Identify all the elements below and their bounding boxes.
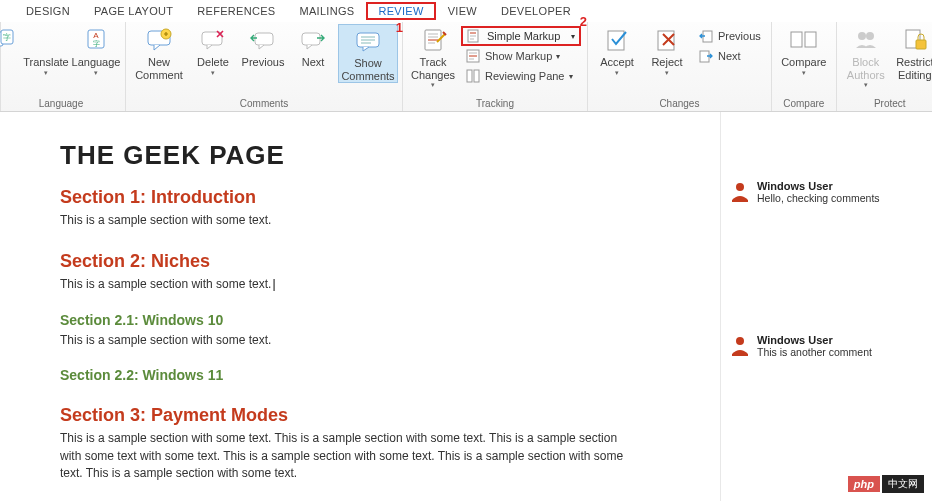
group-label-protect: Protect [874, 98, 906, 109]
group-changes: Accept ▾ Reject ▾ Previous Next Changes [588, 22, 772, 111]
show-comments-button[interactable]: 1 Show Comments [338, 24, 398, 83]
comment-item[interactable]: Windows User Hello, checking comments [729, 180, 924, 204]
reviewing-pane-label: Reviewing Pane [485, 70, 565, 82]
ribbon: a字 Translate ▾ A字 Language ▾ Language Ne… [0, 22, 932, 112]
reviewing-pane-button[interactable]: Reviewing Pane ▾ [461, 66, 581, 86]
svg-text:A: A [93, 31, 99, 40]
tab-mailings[interactable]: MAILINGS [287, 2, 366, 20]
next-label: Next [302, 56, 325, 69]
group-label-compare: Compare [783, 98, 824, 109]
accept-label: Accept [600, 56, 634, 69]
chevron-down-icon: ▾ [431, 81, 435, 89]
show-comments-label: Show Comments [341, 57, 394, 82]
language-button[interactable]: A字 Language ▾ [71, 24, 121, 77]
delete-comment-icon [197, 26, 229, 54]
chevron-down-icon: ▾ [864, 81, 868, 89]
heading-section-1: Section 1: Introduction [60, 187, 720, 208]
reject-button[interactable]: Reject ▾ [642, 24, 692, 77]
markup-select-value: Simple Markup [487, 30, 565, 42]
watermark-right: 中文网 [882, 475, 924, 493]
comment-item[interactable]: Windows User This is another comment [729, 334, 924, 358]
svg-point-42 [736, 183, 744, 191]
show-comments-icon [352, 27, 384, 55]
chevron-down-icon: ▾ [44, 69, 48, 77]
track-changes-label: Track Changes [411, 56, 455, 81]
avatar-icon [729, 180, 751, 202]
prev-change-icon [698, 28, 714, 44]
block-authors-icon [850, 26, 882, 54]
delete-comment-button[interactable]: Delete ▾ [188, 24, 238, 77]
body-text-2: This is a sample section with some text. [60, 276, 640, 293]
callout-2: 2 [580, 14, 587, 29]
show-markup-button[interactable]: Show Markup ▾ [461, 46, 581, 66]
next-comment-button[interactable]: Next [288, 24, 338, 69]
tab-review[interactable]: REVIEW [366, 2, 435, 20]
restrict-editing-button[interactable]: Restrict Editing [891, 24, 932, 81]
chevron-down-icon: ▾ [665, 69, 669, 77]
compare-label: Compare [781, 56, 826, 69]
chevron-down-icon: ▾ [615, 69, 619, 77]
group-protect: Block Authors ▾ Restrict Editing Protect [837, 22, 932, 111]
tab-view[interactable]: VIEW [436, 2, 489, 20]
new-comment-button[interactable]: New Comment [130, 24, 188, 81]
body-text-3: This is a sample section with some text.… [60, 430, 640, 482]
comment-text: Hello, checking comments [757, 192, 880, 204]
svg-rect-31 [608, 31, 624, 50]
heading-section-2-1: Section 2.1: Windows 10 [60, 312, 720, 328]
comments-pane[interactable]: Windows User Hello, checking comments Wi… [720, 112, 932, 501]
watermark: php 中文网 [848, 475, 924, 493]
restrict-editing-icon [899, 26, 931, 54]
previous-comment-button[interactable]: Previous [238, 24, 288, 69]
translate-button-label[interactable]: Translate ▾ [21, 24, 71, 77]
delete-label: Delete [197, 56, 229, 69]
next-change-button[interactable]: Next [694, 46, 765, 66]
group-label-changes: Changes [659, 98, 699, 109]
svg-rect-29 [467, 70, 472, 82]
page-title: THE GEEK PAGE [60, 140, 720, 171]
body-text-1: This is a sample section with some text. [60, 212, 640, 229]
next-change-label: Next [718, 50, 741, 62]
reject-icon [651, 26, 683, 54]
svg-rect-10 [255, 33, 273, 45]
language-icon: A字 [80, 26, 112, 54]
block-authors-button: Block Authors ▾ [841, 24, 891, 89]
svg-rect-11 [302, 33, 320, 45]
comment-user: Windows User [757, 334, 872, 346]
chevron-down-icon: ▾ [571, 32, 575, 41]
group-label-language: Language [39, 98, 84, 109]
track-changes-icon [417, 26, 449, 54]
prev-change-label: Previous [718, 30, 761, 42]
tab-developer[interactable]: DEVELOPER [489, 2, 583, 20]
next-comment-icon [297, 26, 329, 54]
reject-label: Reject [651, 56, 682, 69]
compare-button[interactable]: Compare ▾ [776, 24, 832, 77]
svg-rect-30 [474, 70, 479, 82]
tab-design[interactable]: DESIGN [14, 2, 82, 20]
svg-point-44 [736, 337, 744, 345]
accept-button[interactable]: Accept ▾ [592, 24, 642, 77]
svg-point-37 [858, 32, 866, 40]
body-text-2-1: This is a sample section with some text. [60, 332, 640, 349]
translate-button[interactable]: a字 [1, 24, 21, 56]
group-tracking: Track Changes ▾ 2 Simple Markup ▾ Show M… [403, 22, 588, 111]
translate-icon: a字 [0, 26, 19, 54]
track-changes-button[interactable]: Track Changes ▾ [407, 24, 459, 89]
markup-icon [467, 29, 481, 43]
previous-change-button[interactable]: Previous [694, 26, 765, 46]
tab-page-layout[interactable]: PAGE LAYOUT [82, 2, 185, 20]
callout-1: 1 [396, 21, 403, 36]
svg-point-38 [866, 32, 874, 40]
chevron-down-icon: ▾ [569, 72, 573, 81]
language-label: Language [72, 56, 121, 69]
chevron-down-icon: ▾ [211, 69, 215, 77]
watermark-left: php [848, 476, 880, 492]
group-language: a字 Translate ▾ A字 Language ▾ Language [0, 22, 126, 111]
svg-text:字: 字 [3, 33, 11, 42]
restrict-editing-label: Restrict Editing [896, 56, 932, 81]
document-page[interactable]: THE GEEK PAGE Section 1: Introduction Th… [0, 112, 720, 501]
ribbon-tabs: DESIGN PAGE LAYOUT REFERENCES MAILINGS R… [0, 0, 932, 22]
reviewing-pane-icon [465, 68, 481, 84]
group-comments: New Comment Delete ▾ Previous Next 1 Sho… [126, 22, 403, 111]
markup-display-select[interactable]: 2 Simple Markup ▾ [461, 26, 581, 46]
tab-references[interactable]: REFERENCES [185, 2, 287, 20]
